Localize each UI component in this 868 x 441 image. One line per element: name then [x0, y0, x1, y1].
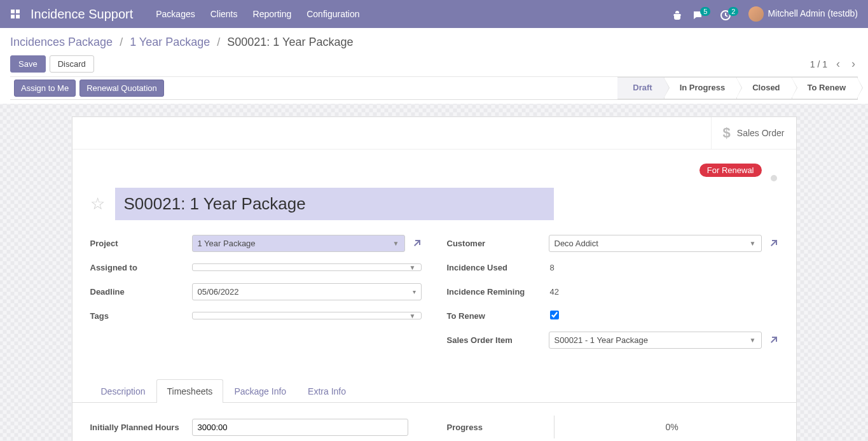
tags-select[interactable]: ▼	[192, 312, 422, 319]
apps-icon[interactable]	[10, 9, 20, 19]
tabs: Description Timesheets Package Info Extr…	[72, 379, 796, 403]
tab-extra-info[interactable]: Extra Info	[297, 379, 357, 403]
tab-timesheets[interactable]: Timesheets	[156, 379, 224, 403]
customer-select[interactable]: Deco Addict▼	[549, 235, 762, 252]
sheet-header: $ Sales Order	[72, 117, 796, 150]
planned-hours-input[interactable]	[192, 419, 408, 436]
record-title-input[interactable]	[115, 188, 554, 220]
pager-text: 1 / 1	[810, 59, 827, 69]
pager: 1 / 1 ‹ ›	[810, 56, 858, 72]
chevron-down-icon: ▼	[410, 312, 416, 319]
form-sheet: $ Sales Order For Renewal ☆ Project 1 Ye…	[72, 116, 797, 441]
incidence-remaining-value: 42	[549, 287, 778, 297]
project-value: 1 Year Package	[198, 239, 256, 248]
incidence-used-label: Incidence Used	[447, 263, 549, 272]
user-avatar	[748, 6, 764, 22]
so-item-value: S00021 - 1 Year Package	[555, 335, 648, 345]
app-brand[interactable]: Incidence Support	[31, 7, 133, 22]
breadcrumb-mid[interactable]: 1 Year Package	[130, 36, 210, 48]
status-draft[interactable]: Draft	[617, 77, 664, 99]
to-renew-checkbox[interactable]	[550, 311, 559, 319]
tags-label: Tags	[90, 311, 192, 321]
so-item-label: Sales Order Item	[447, 335, 549, 345]
user-menu[interactable]: Mitchell Admin (testdb)	[748, 6, 858, 22]
nav-menu: Packages Clients Reporting Configuration	[156, 9, 359, 19]
assigned-label: Assigned to	[90, 263, 192, 272]
for-renewal-badge: For Renewal	[699, 164, 762, 177]
customer-label: Customer	[447, 239, 549, 248]
activities-badge: 2	[728, 7, 738, 16]
chevron-down-icon: ▼	[750, 337, 756, 344]
bug-icon[interactable]	[672, 8, 682, 19]
pager-next[interactable]: ›	[849, 56, 858, 72]
user-name: Mitchell Admin (testdb)	[768, 8, 858, 18]
save-button[interactable]: Save	[10, 55, 46, 73]
incidence-remaining-label: Incidence Remining	[447, 287, 549, 297]
nav-menu-packages[interactable]: Packages	[156, 9, 195, 19]
breadcrumb-current: S00021: 1 Year Package	[227, 36, 353, 48]
status-in-progress[interactable]: In Progress	[665, 77, 738, 99]
svg-rect-2	[11, 15, 15, 18]
nav-menu-reporting[interactable]: Reporting	[253, 9, 292, 19]
favorite-star-icon[interactable]: ☆	[90, 194, 105, 214]
statusbar: Assign to Me Renewal Quotation Draft In …	[10, 76, 858, 100]
assigned-select[interactable]: ▼	[192, 263, 422, 271]
sales-order-label: Sales Order	[737, 128, 785, 138]
tab-body-timesheets: Initially Planned Hours Progress 0% Date…	[72, 403, 796, 441]
progress-value: 0%	[566, 422, 778, 432]
messages-badge: 5	[700, 7, 710, 16]
planned-hours-label: Initially Planned Hours	[90, 423, 192, 432]
control-bar: Incidences Package / 1 Year Package / S0…	[0, 28, 868, 104]
tab-description[interactable]: Description	[90, 379, 156, 403]
deadline-value: 05/06/2022	[198, 287, 239, 297]
incidence-used-value: 8	[549, 263, 778, 272]
chevron-down-icon: ▼	[410, 264, 416, 271]
status-to-renew[interactable]: To Renew	[792, 77, 858, 99]
top-navbar: Incidence Support Packages Clients Repor…	[0, 0, 868, 28]
sales-order-stat-button[interactable]: $ Sales Order	[711, 117, 796, 149]
deadline-label: Deadline	[90, 287, 192, 297]
customer-value: Deco Addict	[555, 239, 598, 248]
dollar-icon: $	[723, 125, 731, 141]
renewal-quotation-button[interactable]: Renewal Quotation	[79, 80, 164, 97]
svg-rect-0	[11, 10, 15, 13]
chevron-down-icon: ▾	[413, 288, 416, 295]
status-closed[interactable]: Closed	[737, 77, 792, 99]
deadline-input[interactable]: 05/06/2022▾	[192, 283, 422, 300]
breadcrumb-root[interactable]: Incidences Package	[10, 36, 113, 48]
svg-rect-1	[16, 10, 20, 13]
project-external-link-icon[interactable]	[411, 237, 422, 248]
form-background: $ Sales Order For Renewal ☆ Project 1 Ye…	[0, 104, 868, 441]
project-select[interactable]: 1 Year Package▼	[192, 235, 405, 252]
kanban-state-dot[interactable]	[771, 175, 777, 181]
messaging-icon[interactable]: 5	[692, 8, 710, 20]
customer-external-link-icon[interactable]	[768, 237, 778, 248]
chevron-down-icon: ▼	[393, 240, 399, 247]
to-renew-label: To Renew	[447, 311, 549, 321]
activities-icon[interactable]: 2	[720, 8, 738, 20]
nav-menu-configuration[interactable]: Configuration	[307, 9, 359, 19]
project-label: Project	[90, 239, 192, 248]
tab-package-info[interactable]: Package Info	[223, 379, 297, 403]
pager-prev[interactable]: ‹	[834, 56, 843, 72]
nav-right: 5 2 Mitchell Admin (testdb)	[672, 6, 858, 22]
so-item-select[interactable]: S00021 - 1 Year Package▼	[549, 332, 762, 349]
discard-button[interactable]: Discard	[50, 55, 94, 73]
so-item-external-link-icon[interactable]	[768, 334, 778, 345]
breadcrumb: Incidences Package / 1 Year Package / S0…	[10, 36, 858, 49]
progress-label: Progress	[447, 423, 542, 432]
assign-to-me-button[interactable]: Assign to Me	[14, 80, 76, 97]
svg-rect-3	[16, 15, 20, 18]
nav-menu-clients[interactable]: Clients	[210, 9, 238, 19]
chevron-down-icon: ▼	[750, 240, 756, 247]
